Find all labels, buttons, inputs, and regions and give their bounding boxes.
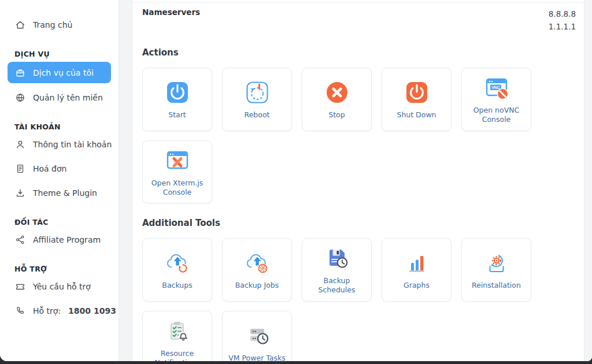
card-backup-schedules[interactable]: Backup Schedules <box>302 238 372 302</box>
bar-chart-icon <box>403 249 431 277</box>
start-power-icon <box>164 79 191 106</box>
nameserver-values: 8.8.8.8 1.1.1.1 <box>549 8 576 33</box>
card-label: Backups <box>162 281 192 290</box>
card-backup-jobs[interactable]: Backup Jobs <box>222 238 292 302</box>
card-sections: ActionsStartRebootStopShut DownVNCOpen n… <box>142 47 576 361</box>
card-label: Open Xterm.js Console <box>146 179 209 198</box>
floppy-clock-icon <box>323 244 351 272</box>
services-box-icon <box>14 67 25 78</box>
reboot-icon <box>243 79 271 106</box>
xterm-window-icon <box>164 147 191 174</box>
card-vm-power-tasks[interactable]: VM Power Tasks <box>222 311 292 362</box>
novnc-window-icon: VNC <box>483 74 510 102</box>
svg-text:VNC: VNC <box>491 86 500 90</box>
sidebar-item-label: Dịch vụ của tôi <box>33 68 94 77</box>
sidebar: Trang chủDỊCH VỤDịch vụ của tôiQuản lý t… <box>0 0 119 361</box>
card-grid: BackupsBackup JobsBackup SchedulesGraphs… <box>142 238 535 361</box>
card-reboot[interactable]: Reboot <box>222 68 292 131</box>
sidebar-section-header: ĐỐI TÁC <box>0 218 119 226</box>
sidebar-section-header: HỖ TRỢ <box>0 265 119 273</box>
section-title: Actions <box>142 47 576 58</box>
card-graphs[interactable]: Graphs <box>382 238 452 302</box>
download-icon <box>14 188 25 199</box>
card-label: Backup Jobs <box>235 281 279 290</box>
home-icon <box>14 20 25 31</box>
globe-icon <box>14 92 25 103</box>
card-label: Resource Notifications <box>146 349 209 362</box>
server-clock-icon <box>243 322 271 350</box>
sidebar-item-label: Hỗ trợ: <box>33 306 61 315</box>
right-scroll-gutter <box>584 0 592 361</box>
card-label: Open noVNC Console <box>465 106 528 125</box>
card-open-novnc-console[interactable]: VNCOpen noVNC Console <box>461 68 531 131</box>
sidebar-item-share[interactable]: Affiliate Program <box>0 229 119 251</box>
card-resource-notifications[interactable]: Resource Notifications <box>142 311 212 362</box>
sidebar-item-label: Quản lý tên miền <box>33 93 103 102</box>
stop-icon <box>323 79 351 106</box>
sidebar-item-services-box[interactable]: Dịch vụ của tôi <box>8 62 111 83</box>
card-start[interactable]: Start <box>142 68 212 131</box>
cloud-backup-jobs-icon <box>243 249 271 277</box>
card-label: Shut Down <box>397 110 436 120</box>
sidebar-item-globe[interactable]: Quản lý tên miền <box>0 87 119 109</box>
sidebar-item-label: Theme & Plugin <box>33 188 97 198</box>
sidebar-item-home[interactable]: Trang chủ <box>0 14 119 36</box>
sidebar-item-label: Thông tin tài khoản <box>33 140 112 149</box>
sidebar-item-user[interactable]: Thông tin tài khoản <box>0 133 119 155</box>
sidebar-content-divider <box>119 0 132 361</box>
cloud-backup-restore-icon <box>164 249 191 277</box>
nameservers-section: Nameservers 8.8.8.8 1.1.1.1 <box>142 0 576 33</box>
ticket-icon <box>14 281 25 292</box>
clipboard-bell-icon <box>164 317 191 345</box>
card-label: Start <box>168 110 186 120</box>
card-open-xterm-js-console[interactable]: Open Xterm.js Console <box>142 140 212 204</box>
sidebar-item-phone[interactable]: Hỗ trợ: 1800 1093 <box>0 300 119 322</box>
sidebar-item-invoice[interactable]: Hoá đơn <box>0 158 119 180</box>
card-label: Stop <box>328 110 345 120</box>
card-label: Reboot <box>245 110 270 120</box>
card-reinstallation[interactable]: Reinstallation <box>461 238 531 302</box>
nameservers-title: Nameservers <box>142 8 200 33</box>
phone-icon <box>14 306 25 317</box>
card-grid: StartRebootStopShut DownVNCOpen noVNC Co… <box>142 68 535 203</box>
sidebar-section-header: DỊCH VỤ <box>0 50 119 58</box>
reinstall-gear-icon <box>483 249 510 277</box>
sidebar-item-label: Yêu cầu hỗ trợ <box>33 282 91 291</box>
invoice-icon <box>14 164 25 174</box>
card-label: Backup Schedules <box>305 276 368 295</box>
card-backups[interactable]: Backups <box>142 238 212 302</box>
sidebar-item-ticket[interactable]: Yêu cầu hỗ trợ <box>0 276 119 298</box>
sidebar-item-label: Hoá đơn <box>33 164 66 173</box>
card-stop[interactable]: Stop <box>302 68 372 131</box>
shutdown-power-icon <box>403 79 431 106</box>
app-window: Trang chủDỊCH VỤDịch vụ của tôiQuản lý t… <box>0 0 592 361</box>
sidebar-section-header: TÀI KHOẢN <box>0 122 119 131</box>
card-label: Reinstallation <box>472 281 521 290</box>
sidebar-item-label: Trang chủ <box>33 20 72 29</box>
main-content: Nameservers 8.8.8.8 1.1.1.1 ActionsStart… <box>132 0 584 361</box>
sidebar-item-label: Affiliate Program <box>33 235 101 244</box>
card-label: VM Power Tasks <box>228 354 286 361</box>
sidebar-item-download[interactable]: Theme & Plugin <box>0 182 119 204</box>
sidebar-item-label-bold: 1800 1093 <box>68 306 116 315</box>
nameserver-value-2: 1.1.1.1 <box>549 20 576 33</box>
share-icon <box>14 235 25 246</box>
user-icon <box>14 139 25 150</box>
card-label: Graphs <box>404 281 430 290</box>
section-title: Additional Tools <box>142 218 576 228</box>
nameserver-value-1: 8.8.8.8 <box>549 8 576 20</box>
card-shut-down[interactable]: Shut Down <box>382 68 452 131</box>
